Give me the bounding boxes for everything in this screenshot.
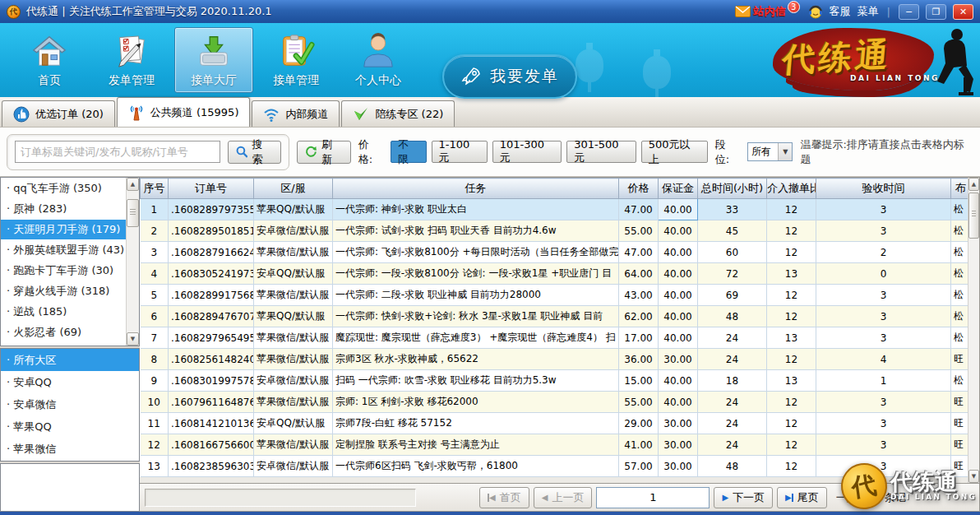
cell-intervene-ratio: 12 <box>767 392 816 413</box>
next-page-button[interactable]: ▶ 下一页 <box>714 487 773 508</box>
brand-figure-silhouette <box>927 26 978 97</box>
cell-price: 57.00 <box>619 456 659 477</box>
nav-post-manage[interactable]: 发单管理 <box>92 27 171 93</box>
sidebar-region-item[interactable]: 苹果微信 <box>1 438 139 460</box>
broadcast-icon <box>128 104 145 121</box>
nav-order-manage[interactable]: 接单管理 <box>257 27 335 93</box>
order-row[interactable]: 4 .160830524197397 安卓QQ/默认服 一代宗师: 一段-求败8… <box>141 263 971 285</box>
table-scrollbar[interactable]: ▲ ▼ <box>968 178 979 483</box>
cell-index: 1 <box>141 199 169 220</box>
cell-deposit: 40.00 <box>659 242 698 263</box>
price-filter-button[interactable]: 不限 <box>391 141 427 163</box>
cell-accept-time: 3 <box>816 434 951 456</box>
order-row[interactable]: 9 .160830199757866 安卓微信/默认服 扫码 一代宗师: 吹雪-… <box>141 370 971 392</box>
col-server[interactable]: 区/服 <box>254 179 333 199</box>
cell-order-id: .160830524197397 <box>169 263 254 285</box>
sidebar-region-item[interactable]: 安卓微信 <box>1 393 139 415</box>
col-intervene-ratio[interactable]: 介入撤单比 <box>767 179 816 199</box>
sidebar-region-item[interactable]: 所有大区 <box>1 349 139 371</box>
order-row[interactable]: 12 .160816675660089 苹果微信/默认服 定制捏脸 联系号主对接… <box>141 434 971 456</box>
col-price[interactable]: 价格 <box>619 179 659 199</box>
cell-order-id: .160829796549514 <box>169 327 254 349</box>
sidebar-region-item[interactable]: 苹果QQ <box>1 415 139 438</box>
scroll-up-icon[interactable]: ▲ <box>127 178 139 191</box>
order-row[interactable]: 7 .160829796549514 苹果微信/默认服 魔踪现世: 魔宗现世（薛… <box>141 327 971 349</box>
cell-accept-time: 3 <box>816 285 951 306</box>
cell-task: 魔踪现世: 魔宗现世（薛忘难度3） +魔宗现世（薛忘难度4） 扫 <box>333 327 619 349</box>
col-accept-time[interactable]: 验收时间 <box>816 179 951 199</box>
scrollbar-thumb[interactable] <box>127 199 139 227</box>
sidebar-game-item[interactable]: 跑跑卡丁车手游 (30) <box>1 261 126 281</box>
tab-internal-channel[interactable]: 内部频道 <box>252 100 340 127</box>
menu-button[interactable]: 菜单 <box>858 4 879 19</box>
game-list-scrollbar[interactable]: ▲ ▼ <box>126 178 139 346</box>
cell-server: 苹果微信/默认服 <box>254 349 333 370</box>
col-order-id[interactable]: 订单号 <box>169 179 254 199</box>
page-number-input[interactable] <box>596 487 710 508</box>
sidebar-game-item[interactable]: 逆战 (185) <box>1 302 126 322</box>
cell-total-hours: 45 <box>698 220 767 242</box>
cell-price: 55.00 <box>619 392 659 413</box>
cell-server: 苹果微信/默认服 <box>254 434 333 456</box>
sidebar-game-item[interactable]: 天涯明月刀手游 (179) <box>1 220 126 239</box>
cell-task: 一代宗师: 飞剑-求败8100分 +每日限时活动（当日任务全部做完 <box>333 242 619 263</box>
price-filter-button[interactable]: 101-300元 <box>492 141 562 163</box>
tab-companion-zone[interactable]: 陪练专区 (22) <box>341 100 455 127</box>
rank-select[interactable]: 所有 ▼ <box>747 142 793 161</box>
order-row[interactable]: 5 .160828991756866 苹果微信/默认服 一代宗师: 二段-求败 … <box>141 285 971 306</box>
close-button[interactable]: ✕ <box>953 4 973 20</box>
first-page-icon: ◀ <box>488 494 496 502</box>
order-row[interactable]: 3 .160828791662437 苹果微信/默认服 一代宗师: 飞剑-求败8… <box>141 242 971 263</box>
order-row[interactable]: 10 .160796116487651 苹果微信/默认服 宗师: 1区 利剑-求… <box>141 392 971 413</box>
sidebar-region-item[interactable]: 安卓QQ <box>1 371 139 393</box>
price-filter-button[interactable]: 301-500元 <box>566 141 636 163</box>
cell-server: 苹果微信/默认服 <box>254 285 333 306</box>
scroll-up-icon[interactable]: ▲ <box>968 178 979 191</box>
col-deposit[interactable]: 保证金 <box>659 179 698 199</box>
order-row[interactable]: 6 .160828947670740 苹果QQ/默认服 一代宗师: 快剑-求败+… <box>141 306 971 327</box>
nav-order-hall[interactable]: 接单大厅 <box>174 27 253 93</box>
minimize-button[interactable]: ─ <box>899 4 919 20</box>
cell-task: 宗师3区 秋水-求败神威，65622 <box>333 349 619 370</box>
price-filter-button[interactable]: 1-100元 <box>432 141 488 163</box>
app-logo-icon: 代 <box>7 5 21 19</box>
post-order-button[interactable]: 我要发单 <box>442 54 577 99</box>
tab-label: 陪练专区 (22) <box>375 107 443 122</box>
cell-order-id: .160830199757866 <box>169 370 254 392</box>
col-total-hours[interactable]: 总时间(小时) <box>698 179 767 199</box>
cell-task: 一代宗师: 神剑-求败 职业太白 <box>333 199 619 220</box>
price-filter-button[interactable]: 500元以上 <box>641 141 708 163</box>
cell-order-id: .160828947670740 <box>169 306 254 327</box>
sidebar-game-item[interactable]: qq飞车手游 (350) <box>1 179 126 198</box>
tab-public-channel[interactable]: 公共频道 (15995) <box>117 97 251 127</box>
scrollbar-thumb[interactable] <box>968 193 979 239</box>
col-task[interactable]: 任务 <box>333 179 619 199</box>
tab-featured-orders[interactable]: 优选订单 (20) <box>2 100 115 127</box>
order-row[interactable]: 11 .160814121013655 安卓QQ/默认服 宗师7段-白虹 移花 … <box>141 413 971 434</box>
order-row[interactable]: 8 .160825614824076 苹果微信/默认服 宗师3区 秋水-求败神威… <box>141 349 971 370</box>
last-page-button[interactable]: ▶ 尾页 <box>777 487 827 508</box>
inbox-message-button[interactable]: 站内信 3 <box>735 4 802 19</box>
refresh-button[interactable]: 刷新 <box>297 141 351 164</box>
nav-home[interactable]: 首页 <box>10 27 89 93</box>
maximize-button[interactable]: ❐ <box>926 4 946 20</box>
order-row[interactable]: 2 .160828950185178 安卓微信/默认服 一代宗师: 试剑-求败 … <box>141 220 971 242</box>
sort-tip-text: 温馨提示:排序请直接点击表格内标题 <box>800 137 973 167</box>
prev-page-button[interactable]: ◀ 上一页 <box>534 487 593 508</box>
col-index[interactable]: 序号 <box>141 179 169 199</box>
customer-service-button[interactable]: 客服 <box>830 4 851 19</box>
refresh-button-label: 刷新 <box>321 137 343 167</box>
nav-profile[interactable]: 个人中心 <box>339 27 418 93</box>
sidebar-game-item[interactable]: 外服英雄联盟手游 (43) <box>1 240 126 260</box>
order-row[interactable]: 1 .160828979735596 苹果QQ/默认服 一代宗师: 神剑-求败 … <box>141 199 971 220</box>
next-page-label: 下一页 <box>733 490 765 505</box>
search-input[interactable] <box>15 141 220 163</box>
sidebar-game-item[interactable]: 原神 (283) <box>1 199 126 219</box>
first-page-button[interactable]: ◀ 首页 <box>479 487 529 508</box>
sidebar-game-item[interactable]: 火影忍者 (69) <box>1 322 126 342</box>
post-manage-icon <box>113 32 150 70</box>
sidebar-game-item[interactable]: 穿越火线手游 (318) <box>1 281 126 301</box>
search-button-label: 搜索 <box>252 137 273 167</box>
search-button[interactable]: 搜索 <box>228 141 282 164</box>
scroll-down-icon[interactable]: ▼ <box>127 332 139 346</box>
